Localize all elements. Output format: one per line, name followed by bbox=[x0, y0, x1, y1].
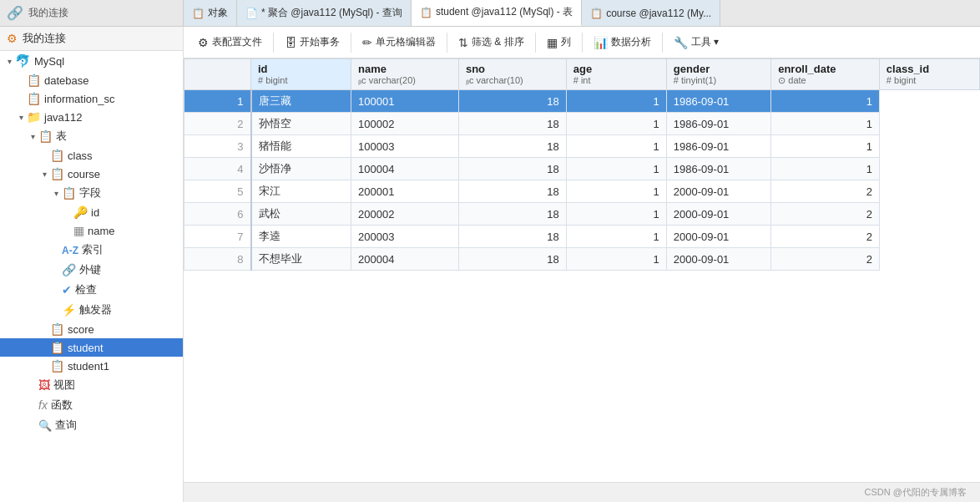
cell-enroll_date-7[interactable]: 2000-09-01 bbox=[666, 226, 770, 248]
col-header-col-id[interactable]: id# bigint bbox=[251, 59, 351, 90]
cell-gender-5[interactable]: 1 bbox=[566, 180, 666, 203]
sidebar-item-index-folder[interactable]: A-Z索引 bbox=[0, 240, 183, 260]
table-row[interactable]: 3猪悟能1000031811986-09-011 bbox=[184, 135, 980, 158]
cell-name-8[interactable]: 不想毕业 bbox=[251, 248, 351, 271]
cell-name-5[interactable]: 宋江 bbox=[251, 180, 351, 203]
cell-enroll_date-4[interactable]: 1986-09-01 bbox=[666, 158, 770, 180]
btn-columns-label: 列 bbox=[561, 35, 571, 49]
sidebar-item-student-node[interactable]: 📋student bbox=[0, 338, 183, 357]
cell-gender-3[interactable]: 1 bbox=[566, 135, 666, 158]
sidebar-item-field-name[interactable]: ▦name bbox=[0, 221, 183, 240]
table-row[interactable]: 5宋江2000011812000-09-012 bbox=[184, 180, 980, 203]
table-row[interactable]: 4沙悟净1000041811986-09-011 bbox=[184, 158, 980, 180]
table-row[interactable]: 1唐三藏1000011811986-09-011 bbox=[184, 90, 980, 113]
sidebar-item-view-folder[interactable]: 🖼视图 bbox=[0, 375, 183, 395]
btn-analysis[interactable]: 📊 数据分析 bbox=[586, 32, 659, 53]
sidebar-item-query-folder[interactable]: 🔍查询 bbox=[0, 415, 183, 435]
cell-class_id-2[interactable]: 1 bbox=[771, 113, 880, 135]
cell-age-7[interactable]: 18 bbox=[458, 226, 566, 248]
btn-filter[interactable]: ⇅ 筛选 & 排序 bbox=[451, 32, 532, 53]
col-header-col-classid[interactable]: class_id# bigint bbox=[879, 59, 979, 90]
table-row[interactable]: 6武松2000021812000-09-012 bbox=[184, 203, 980, 226]
col-header-col-name[interactable]: nameᵦc varchar(20) bbox=[351, 59, 459, 90]
cell-age-3[interactable]: 18 bbox=[458, 135, 566, 158]
btn-tools[interactable]: 🔧 工具 ▾ bbox=[666, 32, 726, 53]
sidebar-item-check-folder[interactable]: ✔检查 bbox=[0, 280, 183, 300]
sidebar-item-student1-node[interactable]: 📋student1 bbox=[0, 357, 183, 375]
sidebar-item-score-node[interactable]: 📋score bbox=[0, 320, 183, 338]
cell-name-1[interactable]: 唐三藏 bbox=[251, 90, 351, 113]
cell-enroll_date-1[interactable]: 1986-09-01 bbox=[666, 90, 770, 113]
cell-enroll_date-3[interactable]: 1986-09-01 bbox=[666, 135, 770, 158]
col-type-col-gender: # tinyint(1) bbox=[674, 75, 764, 85]
cell-age-6[interactable]: 18 bbox=[458, 203, 566, 226]
table-row[interactable]: 7李逵2000031812000-09-012 bbox=[184, 226, 980, 248]
tab-course[interactable]: 📋 course @java112 (My... bbox=[582, 0, 720, 26]
sidebar-item-trigger-folder[interactable]: ⚡触发器 bbox=[0, 300, 183, 320]
cell-age-1[interactable]: 18 bbox=[458, 90, 566, 113]
sidebar-item-information-node[interactable]: 📋information_sc bbox=[0, 89, 183, 108]
cell-sno-7[interactable]: 200003 bbox=[351, 226, 459, 248]
cell-gender-7[interactable]: 1 bbox=[566, 226, 666, 248]
cell-gender-8[interactable]: 1 bbox=[566, 248, 666, 271]
cell-class_id-1[interactable]: 1 bbox=[771, 90, 880, 113]
tab-student[interactable]: 📋 student @java112 (MySql) - 表 bbox=[412, 0, 582, 26]
sidebar-item-course-node[interactable]: ▾📋course bbox=[0, 165, 183, 183]
cell-class_id-3[interactable]: 1 bbox=[771, 135, 880, 158]
cell-age-4[interactable]: 18 bbox=[458, 158, 566, 180]
btn-cell-editor[interactable]: ✏ 单元格编辑器 bbox=[355, 32, 443, 53]
sidebar-item-java112-node[interactable]: ▾📁java112 bbox=[0, 108, 183, 126]
cell-name-2[interactable]: 孙悟空 bbox=[251, 113, 351, 135]
btn-table-config[interactable]: ⚙ 表配置文件 bbox=[190, 32, 270, 53]
cell-class_id-5[interactable]: 2 bbox=[771, 180, 880, 203]
cell-age-5[interactable]: 18 bbox=[458, 180, 566, 203]
cell-class_id-8[interactable]: 2 bbox=[771, 248, 880, 271]
col-header-col-gender[interactable]: gender# tinyint(1) bbox=[666, 59, 770, 90]
sidebar-item-table-folder[interactable]: ▾📋表 bbox=[0, 126, 183, 146]
cell-name-3[interactable]: 猪悟能 bbox=[251, 135, 351, 158]
cell-gender-4[interactable]: 1 bbox=[566, 158, 666, 180]
cell-sno-1[interactable]: 100001 bbox=[351, 90, 459, 113]
table-row[interactable]: 8不想毕业2000041812000-09-012 bbox=[184, 248, 980, 271]
cell-gender-6[interactable]: 1 bbox=[566, 203, 666, 226]
sidebar-item-mysql-node[interactable]: ▾🐬MySql bbox=[0, 51, 183, 71]
cell-sno-8[interactable]: 200004 bbox=[351, 248, 459, 271]
cell-name-4[interactable]: 沙悟净 bbox=[251, 158, 351, 180]
col-header-col-sno[interactable]: snoᵦc varchar(10) bbox=[458, 59, 566, 90]
cell-class_id-7[interactable]: 2 bbox=[771, 226, 880, 248]
cell-sno-6[interactable]: 200002 bbox=[351, 203, 459, 226]
cell-sno-5[interactable]: 200001 bbox=[351, 180, 459, 203]
cell-enroll_date-5[interactable]: 2000-09-01 bbox=[666, 180, 770, 203]
sidebar-item-class-node[interactable]: 📋class bbox=[0, 146, 183, 165]
cell-class_id-6[interactable]: 2 bbox=[771, 203, 880, 226]
cell-enroll_date-2[interactable]: 1986-09-01 bbox=[666, 113, 770, 135]
data-table: id# bigintnameᵦc varchar(20)snoᵦc varcha… bbox=[184, 58, 980, 271]
btn-transaction[interactable]: 🗄 开始事务 bbox=[277, 32, 347, 53]
cell-gender-1[interactable]: 1 bbox=[566, 90, 666, 113]
cell-name-7[interactable]: 李逵 bbox=[251, 226, 351, 248]
cell-gender-2[interactable]: 1 bbox=[566, 113, 666, 135]
sidebar-item-fk-folder[interactable]: 🔗外键 bbox=[0, 260, 183, 280]
cell-sno-4[interactable]: 100004 bbox=[351, 158, 459, 180]
col-header-col-enroll[interactable]: enroll_date⊙ date bbox=[771, 59, 880, 90]
col-header-col-age[interactable]: age# int bbox=[566, 59, 666, 90]
tab-object[interactable]: 📋 对象 bbox=[184, 0, 237, 26]
table-row[interactable]: 2孙悟空1000021811986-09-011 bbox=[184, 113, 980, 135]
cell-enroll_date-8[interactable]: 2000-09-01 bbox=[666, 248, 770, 271]
tab-query[interactable]: 📄 * 聚合 @java112 (MySql) - 查询 bbox=[237, 0, 412, 26]
sidebar-item-database-node[interactable]: 📋datebase bbox=[0, 71, 183, 89]
connections-title: 我的连接 bbox=[28, 6, 68, 20]
cell-sno-3[interactable]: 100003 bbox=[351, 135, 459, 158]
tree-icon-database-node: 📋 bbox=[27, 74, 41, 87]
cell-sno-2[interactable]: 100002 bbox=[351, 113, 459, 135]
cell-name-6[interactable]: 武松 bbox=[251, 203, 351, 226]
btn-columns[interactable]: ▦ 列 bbox=[539, 32, 578, 53]
cell-enroll_date-6[interactable]: 2000-09-01 bbox=[666, 203, 770, 226]
cell-age-8[interactable]: 18 bbox=[458, 248, 566, 271]
cell-class_id-4[interactable]: 1 bbox=[771, 158, 880, 180]
cell-age-2[interactable]: 18 bbox=[458, 113, 566, 135]
sidebar-item-field-id[interactable]: 🔑id bbox=[0, 203, 183, 221]
tree-label-trigger-folder: 触发器 bbox=[79, 302, 112, 317]
sidebar-item-func-folder[interactable]: fx函数 bbox=[0, 395, 183, 415]
sidebar-item-field-folder[interactable]: ▾📋字段 bbox=[0, 183, 183, 203]
